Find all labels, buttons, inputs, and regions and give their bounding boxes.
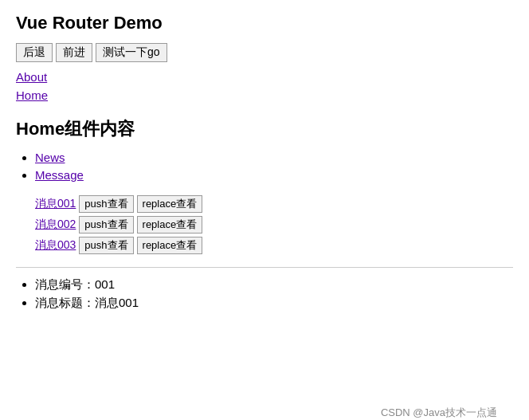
button-row: 后退 前进 测试一下go bbox=[16, 43, 513, 62]
info-item-2: 消息标题：消息001 bbox=[35, 296, 513, 311]
replace-btn-2[interactable]: replace查看 bbox=[137, 216, 203, 234]
message-link-1[interactable]: 消息001 bbox=[35, 197, 76, 211]
sub-nav-item-message: Message bbox=[35, 168, 513, 183]
info-item-1: 消息编号：001 bbox=[35, 277, 513, 292]
sub-nav-item-news: News bbox=[35, 151, 513, 165]
message-item-2: 消息002 push查看 replace查看 bbox=[35, 216, 513, 234]
message-link-2[interactable]: 消息002 bbox=[35, 218, 76, 232]
nav-about[interactable]: About bbox=[16, 69, 513, 87]
forward-button[interactable]: 前进 bbox=[56, 43, 92, 62]
sub-nav-list: News Message bbox=[35, 151, 513, 183]
divider bbox=[16, 267, 513, 268]
sub-nav-link-news[interactable]: News bbox=[35, 151, 65, 164]
message-list: 消息001 push查看 replace查看 消息002 push查看 repl… bbox=[35, 195, 513, 254]
back-button[interactable]: 后退 bbox=[16, 43, 53, 62]
sub-nav-link-message[interactable]: Message bbox=[35, 168, 84, 182]
push-btn-1[interactable]: push查看 bbox=[79, 195, 133, 213]
nav-links: About Home bbox=[16, 69, 513, 104]
message-item-1: 消息001 push查看 replace查看 bbox=[35, 195, 513, 213]
section-title: Home组件内容 bbox=[16, 117, 513, 141]
nav-home[interactable]: Home bbox=[16, 87, 513, 105]
push-btn-2[interactable]: push查看 bbox=[79, 216, 133, 234]
message-link-3[interactable]: 消息003 bbox=[35, 238, 76, 253]
go-button[interactable]: 测试一下go bbox=[96, 43, 167, 62]
message-item-3: 消息003 push查看 replace查看 bbox=[35, 237, 513, 254]
info-list: 消息编号：001 消息标题：消息001 bbox=[35, 277, 513, 311]
replace-btn-1[interactable]: replace查看 bbox=[137, 195, 203, 213]
footer-brand: CSDN @Java技术一点通 bbox=[381, 406, 497, 420]
replace-btn-3[interactable]: replace查看 bbox=[137, 237, 203, 254]
page-title: Vue Router Demo bbox=[16, 13, 513, 33]
page-wrapper: Vue Router Demo 后退 前进 测试一下go About Home … bbox=[16, 13, 513, 420]
push-btn-3[interactable]: push查看 bbox=[79, 237, 133, 254]
